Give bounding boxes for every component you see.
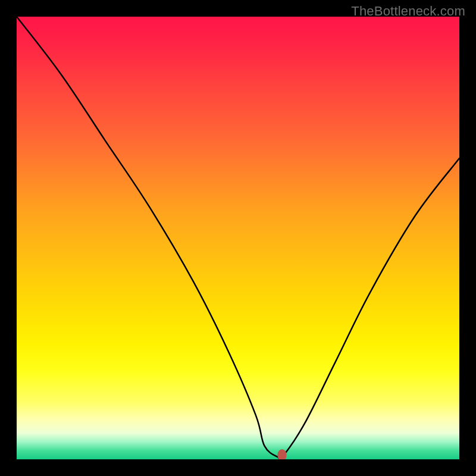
- curve-svg: [17, 17, 459, 459]
- curve-path: [17, 17, 459, 459]
- marker-dot: [278, 449, 287, 459]
- plot-area: [17, 17, 459, 459]
- chart-frame: TheBottleneck.com: [0, 0, 476, 476]
- watermark-text: TheBottleneck.com: [351, 4, 465, 19]
